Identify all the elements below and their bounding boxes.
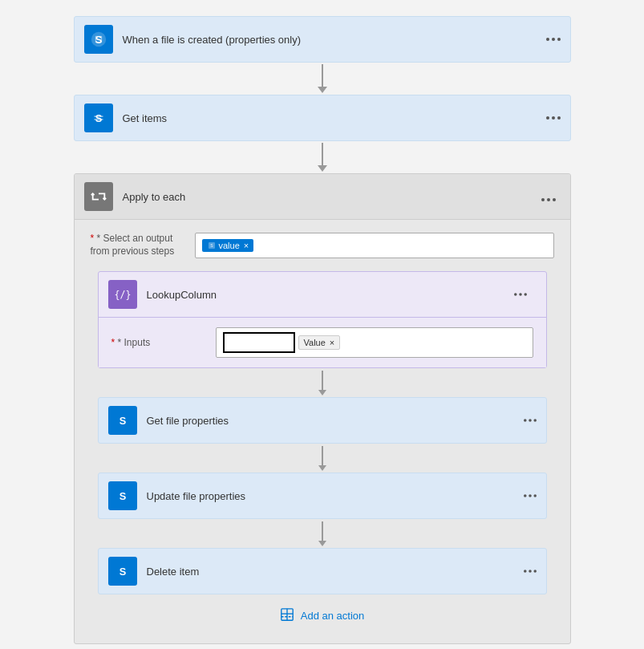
svg-point-21 bbox=[533, 419, 537, 422]
lookup-inputs-row: * * Inputs Value × bbox=[111, 327, 533, 358]
svg-point-11 bbox=[553, 198, 556, 201]
sharepoint-icon-2: S bbox=[84, 103, 113, 132]
update-file-props-menu[interactable] bbox=[514, 473, 546, 518]
apply-each-icon bbox=[84, 182, 113, 211]
apply-each-header: Apply to each bbox=[75, 174, 570, 220]
svg-point-7 bbox=[552, 116, 555, 120]
svg-text:S: S bbox=[119, 415, 126, 427]
arrow-line bbox=[322, 64, 323, 87]
svg-point-20 bbox=[529, 419, 532, 422]
sharepoint-icon-1: S bbox=[84, 25, 113, 54]
step-card-inner: S When a file is created (properties onl… bbox=[75, 17, 537, 62]
step-card-inner-2: S Get items bbox=[75, 95, 537, 140]
add-action-label: Add an action bbox=[301, 610, 365, 622]
value-tag: Value × bbox=[298, 335, 341, 350]
inner-arrow-head bbox=[318, 390, 326, 395]
lookup-icon: {/} bbox=[108, 280, 137, 309]
inner-arrow-line-2 bbox=[322, 446, 323, 465]
apply-each-title: Apply to each bbox=[123, 191, 537, 203]
inner-arrow-head-2 bbox=[318, 465, 326, 471]
svg-text:S: S bbox=[95, 112, 102, 124]
add-action-button[interactable]: Add an action bbox=[267, 601, 378, 631]
svg-point-15 bbox=[514, 293, 517, 296]
inner-arrow-3 bbox=[318, 519, 326, 548]
output-chip-label: value bbox=[219, 241, 240, 250]
svg-point-16 bbox=[519, 293, 522, 296]
inputs-label-text: * Inputs bbox=[118, 337, 151, 348]
select-output-label: * * Select an output from previous steps bbox=[91, 233, 195, 258]
step-get-file-props: S Get file properties bbox=[98, 397, 547, 444]
get-file-props-inner: S Get file properties bbox=[99, 398, 514, 443]
step-update-file-props: S Update file properties bbox=[98, 473, 547, 519]
arrow-1 bbox=[318, 63, 327, 95]
arrow-2 bbox=[318, 141, 327, 173]
lookup-column-card: {/} LookupColumn * * Inputs bbox=[98, 271, 547, 368]
step1-menu-button[interactable] bbox=[537, 17, 570, 62]
svg-point-19 bbox=[524, 419, 527, 422]
get-file-props-title: Get file properties bbox=[147, 415, 504, 427]
svg-point-3 bbox=[552, 38, 555, 41]
inner-arrow-line bbox=[322, 371, 323, 390]
required-mark: * bbox=[91, 233, 97, 244]
inner-arrow-1 bbox=[318, 368, 326, 397]
sharepoint-icon-3: S bbox=[108, 406, 137, 435]
value-output-chip: S value × bbox=[202, 239, 254, 252]
update-file-props-title: Update file properties bbox=[147, 490, 504, 502]
svg-point-25 bbox=[533, 494, 537, 497]
svg-point-9 bbox=[541, 198, 545, 201]
svg-point-8 bbox=[557, 116, 561, 120]
get-file-props-menu[interactable] bbox=[514, 398, 546, 443]
svg-point-6 bbox=[546, 116, 549, 120]
svg-point-29 bbox=[533, 570, 537, 573]
sharepoint-icon-5: S bbox=[108, 557, 137, 586]
inner-arrow-head-3 bbox=[318, 541, 326, 546]
step2-title: Get items bbox=[123, 112, 527, 124]
svg-point-23 bbox=[524, 494, 527, 497]
apply-each-body: * * Select an output from previous steps… bbox=[75, 220, 570, 643]
value-tag-close[interactable]: × bbox=[330, 338, 334, 347]
lookup-menu-button[interactable] bbox=[504, 280, 537, 309]
step2-menu-button[interactable] bbox=[537, 95, 570, 140]
arrow-head-2 bbox=[318, 165, 327, 172]
inner-flow: {/} LookupColumn * * Inputs bbox=[91, 271, 554, 631]
svg-text:S: S bbox=[119, 566, 126, 578]
value-tag-label: Value bbox=[304, 338, 326, 347]
svg-point-24 bbox=[529, 494, 532, 497]
step1-title: When a file is created (properties only) bbox=[123, 34, 527, 46]
delete-item-inner: S Delete item bbox=[99, 549, 514, 594]
select-output-field[interactable]: S value × bbox=[195, 233, 554, 258]
flow-container: S When a file is created (properties onl… bbox=[0, 0, 644, 649]
lookup-body: * * Inputs Value × bbox=[99, 318, 546, 367]
apply-each-menu-button[interactable] bbox=[537, 189, 561, 205]
svg-point-17 bbox=[524, 293, 527, 296]
svg-point-4 bbox=[557, 38, 561, 41]
sharepoint-icon-4: S bbox=[108, 481, 137, 510]
svg-point-27 bbox=[524, 570, 527, 573]
svg-text:{/}: {/} bbox=[115, 289, 131, 300]
delete-item-menu[interactable] bbox=[514, 549, 546, 594]
lookup-inputs-label: * * Inputs bbox=[111, 337, 216, 348]
arrow-line-2 bbox=[322, 143, 323, 165]
output-chip-close[interactable]: × bbox=[244, 241, 249, 250]
svg-point-10 bbox=[547, 198, 550, 201]
input-placeholder-box bbox=[223, 332, 295, 353]
apply-each-container: Apply to each * * Select an output from … bbox=[74, 173, 571, 644]
step-delete-item: S Delete item bbox=[98, 548, 547, 594]
inner-arrow-line-3 bbox=[322, 521, 323, 541]
svg-point-2 bbox=[546, 38, 549, 41]
select-output-row: * * Select an output from previous steps… bbox=[91, 233, 554, 258]
lookup-inputs-field[interactable]: Value × bbox=[216, 327, 533, 358]
delete-item-title: Delete item bbox=[147, 566, 504, 578]
svg-point-28 bbox=[529, 570, 532, 573]
svg-text:S: S bbox=[119, 490, 126, 502]
add-action-icon bbox=[280, 607, 294, 624]
step-when-file-created: S When a file is created (properties onl… bbox=[74, 16, 571, 63]
step-get-items: S Get items bbox=[74, 95, 571, 141]
required-mark-2: * bbox=[111, 337, 118, 348]
update-file-props-inner: S Update file properties bbox=[99, 473, 514, 518]
arrow-head bbox=[318, 87, 327, 93]
inner-arrow-2 bbox=[318, 444, 326, 473]
lookup-header: {/} LookupColumn bbox=[99, 272, 546, 318]
lookup-title: LookupColumn bbox=[147, 289, 504, 301]
